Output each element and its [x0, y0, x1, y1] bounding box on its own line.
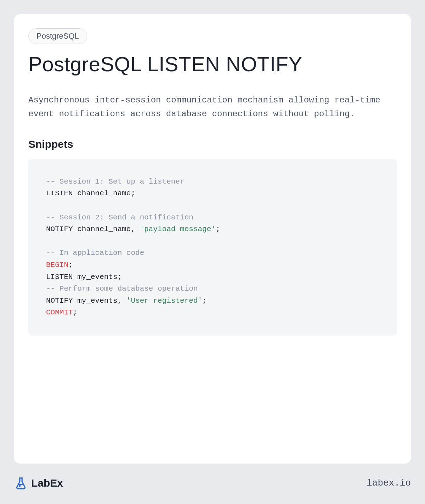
description-text: Asynchronous inter-session communication… — [28, 93, 397, 121]
brand-name: LabEx — [31, 477, 63, 489]
footer: LabEx labex.io — [14, 464, 411, 490]
brand-url: labex.io — [367, 478, 411, 488]
brand-logo: LabEx — [14, 476, 63, 490]
snippets-heading: Snippets — [28, 138, 397, 150]
flask-icon — [14, 476, 28, 490]
content-card: PostgreSQL PostgreSQL LISTEN NOTIFY Asyn… — [14, 14, 411, 464]
svg-point-0 — [19, 486, 20, 486]
category-tag: PostgreSQL — [28, 28, 87, 44]
page-title: PostgreSQL LISTEN NOTIFY — [28, 52, 397, 76]
code-snippet: -- Session 1: Set up a listener LISTEN c… — [28, 159, 397, 336]
